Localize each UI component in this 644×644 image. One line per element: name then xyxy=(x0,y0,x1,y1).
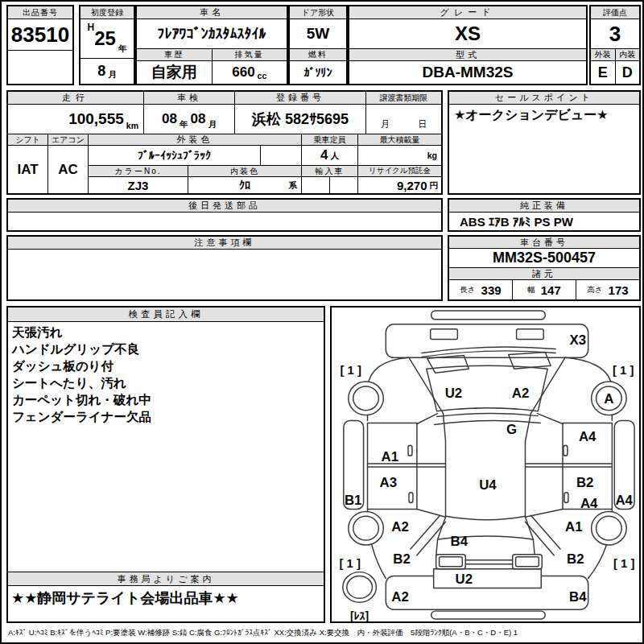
first-registration-year: H 25 年 xyxy=(80,19,134,58)
ac-value: AC xyxy=(48,146,88,193)
equipment-value: ABS ｴｱB ｱﾙﾐ PS PW xyxy=(449,213,639,230)
first-registration-box: 初度登録 H 25 年 8 月 xyxy=(79,5,135,85)
capacity-value: 4 人 xyxy=(302,146,357,165)
inspector-note-line: ハンドルグリップ不良 xyxy=(12,341,139,357)
model-code-value: DBA-MM32S xyxy=(349,61,586,84)
length-value: 339 xyxy=(481,283,502,297)
height-value: 173 xyxy=(609,283,629,297)
mark-windshield: G xyxy=(506,422,517,437)
mark-hood-left: U2 xyxy=(445,386,462,401)
door-handle xyxy=(409,493,413,503)
mark-rear-window: B4 xyxy=(451,534,469,549)
mark-door-front-right: A4 xyxy=(579,429,597,444)
mark-spare-tire: [ﾚｽ] xyxy=(350,609,369,621)
inspector-notes: 天張汚れ ハンドルグリップ不良 ダッシュ板のり付 シートへたり、汚れ カーペット… xyxy=(8,322,324,572)
door-box: ドア形状 5W 燃料 ｶﾞｿﾘﾝ xyxy=(288,5,348,85)
height-cell: 高さ 173 xyxy=(576,280,639,299)
length-cell: 長さ 339 xyxy=(449,280,512,299)
exterior-color-label: 外装色 xyxy=(89,134,301,145)
inspection-value: 08 年 08 月 xyxy=(144,105,234,134)
import-value-left xyxy=(302,177,329,193)
mark-right-quarter: B2 xyxy=(567,551,584,567)
door-value: 5W xyxy=(290,19,346,48)
height-label: 高さ xyxy=(587,285,602,295)
inspector-box: 検査員記入欄 天張汚れ ハンドルグリップ不良 ダッシュ板のり付 シートへたり、汚… xyxy=(6,306,325,623)
displacement-unit: cc xyxy=(258,71,267,80)
equipment-box: 純正装備 ABS ｴｱB ｱﾙﾐ PS PW xyxy=(448,198,641,232)
era-letter: H xyxy=(88,22,95,33)
interior-color-label: 内装色 xyxy=(188,166,301,176)
roof-right-edge xyxy=(525,414,530,517)
mileage-unit: km xyxy=(126,121,138,130)
recycle-label: リサイクル預託金 xyxy=(358,166,441,176)
mark-front-right-wheel: A xyxy=(604,391,613,407)
door-handle xyxy=(564,493,568,503)
mileage-number: 100,555 xyxy=(68,110,124,128)
inspector-note-line: ダッシュ板のり付 xyxy=(12,357,114,374)
mark-door-rear-right: B2 xyxy=(576,475,593,490)
recycle-unit: 円 xyxy=(430,180,439,192)
grade-value: XS xyxy=(349,19,586,48)
chassis-value: MM32S-500457 xyxy=(449,249,639,267)
first-registration-month: 8 月 xyxy=(80,59,134,84)
mileage-value: 100,555 km xyxy=(8,105,143,134)
mark-front-bumper: X3 xyxy=(570,332,587,348)
exterior-color-extra xyxy=(261,146,301,165)
transfer-month-unit: 月 xyxy=(381,118,390,130)
registration-spec-box: 走行 車検 登録番号 譲渡書類期限 100,555 km 08 年 08 月 浜… xyxy=(6,90,443,195)
mark-tire-rear-left: [ 1 ] xyxy=(340,557,361,570)
notes-box: 注意事項欄 xyxy=(6,235,443,301)
mark-left-sill: B1 xyxy=(345,493,361,508)
recycle-value: 9,270 円 xyxy=(358,177,441,193)
mark-rear-bumper-left: A2 xyxy=(391,589,408,605)
office-notice-label: 事務局よりご案内 xyxy=(8,572,324,585)
car-name-box: 車名 ﾌﾚｱﾜｺﾞﾝｶｽﾀﾑｽﾀｲﾙ 車歴 排気量 自家用 660 cc xyxy=(135,5,288,85)
interior-color-name: ｸﾛ xyxy=(239,179,250,192)
door-handle xyxy=(408,445,412,456)
displacement-value: 660 cc xyxy=(213,61,287,84)
auction-sheet: 出品番号 83510 初度登録 H 25 年 8 月 車名 ﾌﾚｱﾜｺﾞﾝｶｽﾀ… xyxy=(0,0,644,644)
width-cell: 幅 147 xyxy=(513,280,576,299)
import-value-right xyxy=(330,177,357,193)
plate-value: 浜松 582ｻ5695 xyxy=(235,105,365,134)
inspector-label: 検査員記入欄 xyxy=(8,308,324,321)
mark-door-front-left: A1 xyxy=(381,449,398,464)
damage-code-legend: A:ｷｽﾞ U:ﾍｺﾐ B:ｷｽﾞを伴うﾍｺﾐ P:要塗装 W:補修跡 S:錆 … xyxy=(8,628,641,638)
interior-grade-label: 内装 xyxy=(616,49,640,60)
inspection-month: 08 xyxy=(191,111,206,127)
recycle-number: 9,270 xyxy=(397,179,427,192)
car-damage-diagram: X3 [ 1 ] [ 1 ] U2 A2 G A A1 A4 A3 B2 A4 … xyxy=(332,308,639,621)
mark-rear-right-fender: A1 xyxy=(565,519,582,535)
transfer-day-unit: 日 xyxy=(418,118,427,130)
lot-number-value: 83510 xyxy=(8,19,72,50)
damage-diagram-box: X3 [ 1 ] [ 1 ] U2 A2 G A A1 A4 A3 B2 A4 … xyxy=(330,306,641,623)
length-label: 長さ xyxy=(460,285,475,295)
width-value: 147 xyxy=(541,283,561,297)
mark-tire-front-right: [ 1 ] xyxy=(613,364,634,377)
mark-left-quarter: B2 xyxy=(393,551,410,567)
sales-point-box: セールスポイント ★オークションデビュー★ xyxy=(448,90,641,195)
import-label: 輸入車 xyxy=(302,166,357,176)
door-label: ドア形状 xyxy=(290,6,346,19)
max-load-unit: kg xyxy=(427,151,437,160)
model-code-label: 型式 xyxy=(349,49,586,60)
mark-rear-gate: U2 xyxy=(456,572,473,587)
plate-label: 登録番号 xyxy=(235,92,365,104)
chassis-box: 車台番号 MM32S-500457 諸元 長さ 339 幅 147 高さ 173 xyxy=(448,235,641,301)
inspector-note-line: フェンダーライナー欠品 xyxy=(12,408,151,425)
lot-number-empty xyxy=(8,51,72,84)
width-label: 幅 xyxy=(527,285,535,295)
later-parts-empty xyxy=(8,213,441,230)
mark-roof: U4 xyxy=(479,477,497,493)
mark-door-rear-left: A3 xyxy=(380,475,397,490)
shift-value: IAT xyxy=(8,146,47,193)
history-value: 自家用 xyxy=(137,61,212,84)
color-no-value: ZJ3 xyxy=(89,177,188,193)
grade-label: グレード xyxy=(349,6,586,19)
score-box: 評価点 3 外装 内装 E D xyxy=(589,5,641,85)
capacity-unit: 人 xyxy=(330,151,339,162)
mark-rear-bumper-right: B4 xyxy=(569,589,587,605)
inspector-note-line: シートへたり、汚れ xyxy=(12,374,126,391)
max-load-label: 最大積載量 xyxy=(358,134,441,145)
rear-bottom-bar xyxy=(431,611,546,619)
